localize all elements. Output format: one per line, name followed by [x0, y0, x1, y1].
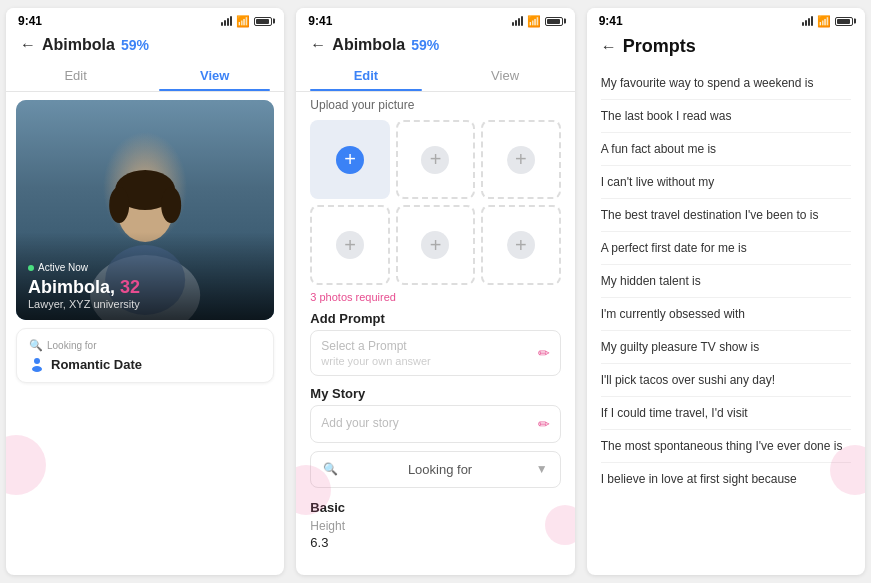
photo-cell-6[interactable]: +	[481, 205, 560, 284]
photo-grid: + + + + + +	[296, 116, 574, 289]
header-1: ← Abimbola 59%	[6, 32, 284, 60]
add-prompt-label: Add Prompt	[296, 305, 574, 330]
battery-icon-1	[254, 17, 272, 26]
looking-for-label: 🔍 Looking for	[29, 339, 261, 352]
prompt-item-11[interactable]: The most spontaneous thing I've ever don…	[601, 430, 851, 463]
my-story-label: My Story	[296, 382, 574, 405]
completion-percent-2: 59%	[411, 37, 439, 53]
add-photo-btn-5[interactable]: +	[421, 231, 449, 259]
signal-bars-3	[802, 16, 813, 26]
svg-point-5	[161, 187, 181, 223]
back-arrow-3[interactable]: ←	[601, 38, 617, 56]
add-photo-btn-3[interactable]: +	[507, 146, 535, 174]
height-label: Height	[296, 517, 574, 535]
prompts-list: My favourite way to spend a weekend is T…	[587, 63, 865, 575]
required-text: 3 photos required	[296, 289, 574, 305]
time-2: 9:41	[308, 14, 332, 28]
tab-view-1[interactable]: View	[145, 60, 284, 91]
status-bar-1: 9:41 📶	[6, 8, 284, 32]
photo-age: 32	[120, 277, 140, 297]
header-2: ← Abimbola 59%	[296, 32, 574, 60]
edit-icon-prompt[interactable]: ✏	[538, 345, 550, 361]
prompt-item-10[interactable]: If I could time travel, I'd visit	[601, 397, 851, 430]
prompt-item-1[interactable]: The last book I read was	[601, 100, 851, 133]
svg-point-7	[32, 366, 42, 372]
svg-point-6	[34, 358, 40, 364]
prompt-input-box[interactable]: Select a Prompt write your own answer ✏	[310, 330, 560, 376]
story-input-box[interactable]: Add your story ✏	[310, 405, 560, 443]
battery-icon-3	[835, 17, 853, 26]
looking-for-card: 🔍 Looking for Romantic Date	[16, 328, 274, 383]
active-dot	[28, 265, 34, 271]
time-3: 9:41	[599, 14, 623, 28]
status-bar-3: 9:41 📶	[587, 8, 865, 32]
status-bar-2: 9:41 📶	[296, 8, 574, 32]
basic-label: Basic	[296, 496, 574, 517]
prompt-item-4[interactable]: The best travel destination I've been to…	[601, 199, 851, 232]
prompts-title: Prompts	[623, 36, 696, 57]
svg-point-4	[109, 187, 129, 223]
tabs-2: Edit View	[296, 60, 574, 92]
wifi-icon-3: 📶	[817, 15, 831, 28]
photo-sub: Lawyer, XYZ university	[28, 298, 262, 310]
prompt-item-2[interactable]: A fun fact about me is	[601, 133, 851, 166]
header-3: ← Prompts	[587, 32, 865, 63]
story-placeholder: Add your story	[321, 416, 398, 430]
active-text: Active Now	[38, 262, 88, 273]
decorative-blob-1	[6, 435, 46, 495]
add-photo-btn-2[interactable]: +	[421, 146, 449, 174]
status-icons-1: 📶	[221, 15, 272, 28]
prompt-item-6[interactable]: My hidden talent is	[601, 265, 851, 298]
photo-overlay: Active Now Abimbola, 32 Lawyer, XYZ univ…	[16, 232, 274, 320]
screen-edit-profile: 9:41 📶 ← Abimbola 59% Edit View Upload y…	[296, 8, 574, 575]
tab-view-2[interactable]: View	[436, 60, 575, 91]
looking-for-dropdown[interactable]: 🔍 Looking for ▼	[310, 451, 560, 488]
prompt-item-0[interactable]: My favourite way to spend a weekend is	[601, 67, 851, 100]
active-badge: Active Now	[28, 262, 262, 273]
screen-add-prompt: 9:41 📶 ← Prompts My favourite way to spe…	[587, 8, 865, 575]
prompt-item-9[interactable]: I'll pick tacos over sushi any day!	[601, 364, 851, 397]
screen-view-profile: 9:41 📶 ← Abimbola 59% Edit View	[6, 8, 284, 575]
wifi-icon-1: 📶	[236, 15, 250, 28]
photo-cell-1[interactable]: +	[310, 120, 389, 199]
add-photo-btn-6[interactable]: +	[507, 231, 535, 259]
search-icon-dropdown: 🔍	[323, 462, 338, 476]
prompt-item-5[interactable]: A perfect first date for me is	[601, 232, 851, 265]
chevron-down-icon: ▼	[536, 462, 548, 476]
screens-container: 9:41 📶 ← Abimbola 59% Edit View	[0, 0, 871, 583]
status-icons-3: 📶	[802, 15, 853, 28]
prompt-item-12[interactable]: I believe in love at first sight because	[601, 463, 851, 495]
prompt-item-3[interactable]: I can't live without my	[601, 166, 851, 199]
prompt-item-8[interactable]: My guilty pleasure TV show is	[601, 331, 851, 364]
person-icon	[29, 356, 45, 372]
photo-cell-5[interactable]: +	[396, 205, 475, 284]
height-value: 6.3	[296, 535, 574, 554]
signal-bars-2	[512, 16, 523, 26]
tab-edit-2[interactable]: Edit	[296, 60, 435, 91]
tab-edit-1[interactable]: Edit	[6, 60, 145, 91]
edit-icon-story[interactable]: ✏	[538, 416, 550, 432]
battery-icon-2	[545, 17, 563, 26]
photo-cell-4[interactable]: +	[310, 205, 389, 284]
signal-bars-1	[221, 16, 232, 26]
photo-cell-2[interactable]: +	[396, 120, 475, 199]
add-photo-btn-4[interactable]: +	[336, 231, 364, 259]
looking-for-placeholder: Looking for	[408, 462, 472, 477]
prompt-item-7[interactable]: I'm currently obsessed with	[601, 298, 851, 331]
profile-name-1: Abimbola	[42, 36, 115, 54]
profile-name-2: Abimbola	[332, 36, 405, 54]
completion-percent-1: 59%	[121, 37, 149, 53]
tabs-1: Edit View	[6, 60, 284, 92]
time-1: 9:41	[18, 14, 42, 28]
photo-cell-3[interactable]: +	[481, 120, 560, 199]
status-icons-2: 📶	[512, 15, 563, 28]
back-arrow-1[interactable]: ←	[20, 36, 36, 54]
add-photo-btn-1[interactable]: +	[336, 146, 364, 174]
back-arrow-2[interactable]: ←	[310, 36, 326, 54]
prompt-select-placeholder: Select a Prompt	[321, 339, 549, 353]
wifi-icon-2: 📶	[527, 15, 541, 28]
prompt-answer-placeholder: write your own answer	[321, 355, 549, 367]
photo-name: Abimbola, 32	[28, 277, 262, 298]
upload-label: Upload your picture	[296, 92, 574, 116]
looking-for-value: Romantic Date	[29, 356, 261, 372]
